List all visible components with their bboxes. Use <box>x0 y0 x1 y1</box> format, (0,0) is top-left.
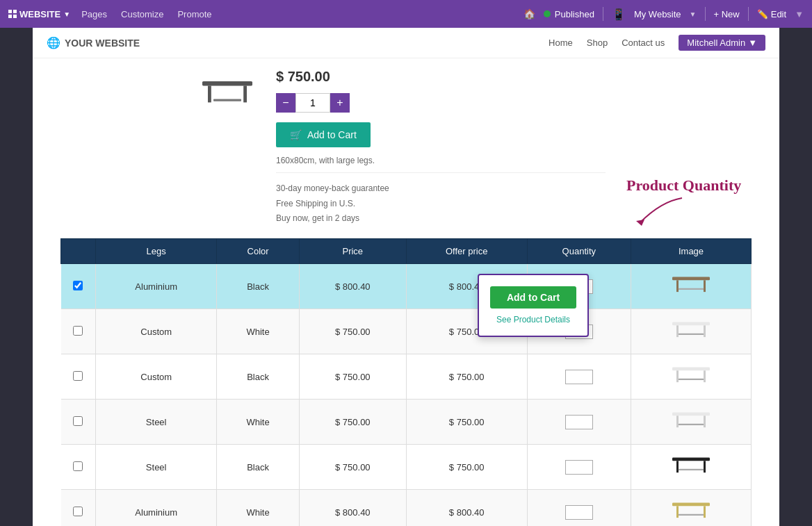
admin-bar: WEBSITE ▼ Pages Customize Promote 🏠 Publ… <box>0 0 812 28</box>
guarantee-1: 30-day money-back guarantee <box>276 181 606 197</box>
qty-field[interactable] <box>565 505 593 520</box>
row-image <box>631 354 752 400</box>
svg-rect-22 <box>676 461 679 472</box>
svg-rect-9 <box>672 322 710 326</box>
new-btn[interactable]: + New <box>714 9 740 19</box>
divider3 <box>748 7 749 21</box>
grid-icon <box>8 10 17 18</box>
svg-rect-19 <box>704 416 706 427</box>
add-to-cart-label: Add to Cart <box>307 129 357 140</box>
nav-home[interactable]: Home <box>549 38 573 48</box>
svg-marker-4 <box>636 220 644 226</box>
row-legs: Steel <box>96 400 217 445</box>
nav-contact[interactable]: Contact us <box>622 38 665 48</box>
row-qty <box>527 490 631 527</box>
site-nav-links: Home Shop Contact us Mitchell Admin ▼ <box>549 35 765 51</box>
annotation-area: Product Quantity <box>626 65 765 231</box>
website-frame: 🌐 YOUR WEBSITE Home Shop Contact us Mitc… <box>33 28 779 526</box>
more-icon[interactable]: ▼ <box>795 9 804 19</box>
desk-image <box>670 495 712 526</box>
table-row: SteelWhite$ 750.00$ 750.00 <box>61 400 752 445</box>
row-checkbox[interactable] <box>73 416 83 426</box>
row-price: $ 750.00 <box>299 400 406 445</box>
row-checkbox[interactable] <box>73 326 83 336</box>
website-menu[interactable]: WEBSITE ▼ <box>8 9 70 19</box>
svg-rect-26 <box>676 506 679 518</box>
svg-rect-8 <box>679 288 704 290</box>
home-icon[interactable]: 🏠 <box>523 8 535 19</box>
qty-increase-btn[interactable]: + <box>330 93 350 113</box>
add-to-cart-btn[interactable]: 🛒 Add to Cart <box>276 122 371 147</box>
row-legs: Aluminium <box>96 264 217 309</box>
desk-image <box>670 270 712 301</box>
site-nav: 🌐 YOUR WEBSITE Home Shop Contact us Mitc… <box>33 28 779 58</box>
col-price: Price <box>299 239 406 264</box>
guarantee-3: Buy now, get in 2 days <box>276 211 606 227</box>
table-row: AluminiumWhite$ 800.40$ 800.40 <box>61 490 752 527</box>
annotation-text: Product Quantity <box>626 176 765 195</box>
row-image <box>631 445 752 490</box>
svg-rect-14 <box>676 370 679 382</box>
row-checkbox[interactable] <box>73 507 83 516</box>
svg-rect-27 <box>704 506 706 518</box>
svg-rect-5 <box>672 277 710 281</box>
qty-field[interactable] <box>565 370 593 384</box>
table-row: AluminiumBlack$ 800.40$ 800.40 <box>61 264 752 309</box>
desk-image <box>670 450 712 482</box>
my-website-btn[interactable]: My Website <box>634 9 681 19</box>
promote-link[interactable]: Promote <box>177 9 211 19</box>
svg-rect-21 <box>672 458 710 461</box>
popup-add-to-cart-btn[interactable]: Add to Cart <box>490 286 576 309</box>
row-color: Black <box>217 445 300 490</box>
row-offerPrice: $ 750.00 <box>406 400 527 445</box>
row-legs: Aluminium <box>96 490 217 527</box>
logo-text: YOUR WEBSITE <box>65 38 140 49</box>
row-image <box>631 264 752 309</box>
product-price: $ 750.00 <box>276 69 606 85</box>
admin-user-label: Mitchell Admin <box>687 38 745 48</box>
customize-link[interactable]: Customize <box>121 9 163 19</box>
product-details: $ 750.00 − + 🛒 Add to Cart 160x80cm, wit… <box>276 65 606 231</box>
table-row: CustomWhite$ 750.00$ 750.00 <box>61 309 752 354</box>
svg-rect-10 <box>676 325 679 337</box>
qty-input[interactable] <box>295 93 330 113</box>
row-offerPrice: $ 750.00 <box>406 445 527 490</box>
col-quantity: Quantity <box>527 239 631 264</box>
row-offerPrice: $ 800.40 <box>406 490 527 527</box>
row-offerPrice: $ 750.00 <box>406 354 527 400</box>
row-color: White <box>217 400 300 445</box>
svg-rect-0 <box>202 81 252 85</box>
qty-decrease-btn[interactable]: − <box>276 93 295 113</box>
row-legs: Steel <box>96 445 217 490</box>
table-row: SteelBlack$ 750.00$ 750.00 <box>61 445 752 490</box>
svg-rect-18 <box>676 416 679 427</box>
site-logo: 🌐 YOUR WEBSITE <box>47 36 140 49</box>
qty-field[interactable] <box>565 460 593 475</box>
mobile-icon[interactable]: 📱 <box>612 8 626 21</box>
row-checkbox[interactable] <box>73 371 83 381</box>
nav-shop[interactable]: Shop <box>587 38 608 48</box>
svg-rect-28 <box>679 514 704 516</box>
add-to-cart-popup: Add to Cart See Product Details <box>478 274 589 337</box>
pages-link[interactable]: Pages <box>81 9 107 19</box>
row-checkbox[interactable] <box>73 461 83 471</box>
row-image <box>631 309 752 354</box>
svg-rect-23 <box>704 461 706 472</box>
row-price: $ 750.00 <box>299 445 406 490</box>
row-color: White <box>217 490 300 527</box>
row-checkbox[interactable] <box>73 281 83 290</box>
my-website-arrow: ▼ <box>690 10 697 18</box>
admin-user-btn[interactable]: Mitchell Admin ▼ <box>679 35 765 51</box>
row-qty <box>527 354 631 400</box>
guarantee-2: Free Shipping in U.S. <box>276 197 606 212</box>
published-label: Published <box>555 9 594 19</box>
qty-field[interactable] <box>565 415 593 429</box>
product-section: $ 750.00 − + 🛒 Add to Cart 160x80cm, wit… <box>33 58 779 526</box>
col-checkbox <box>61 239 96 264</box>
product-image <box>200 69 255 110</box>
popup-see-details-link[interactable]: See Product Details <box>496 315 570 324</box>
published-badge: Published <box>544 9 594 19</box>
edit-btn[interactable]: ✏️ Edit <box>757 9 786 19</box>
svg-rect-25 <box>672 503 710 507</box>
svg-rect-15 <box>704 370 706 382</box>
